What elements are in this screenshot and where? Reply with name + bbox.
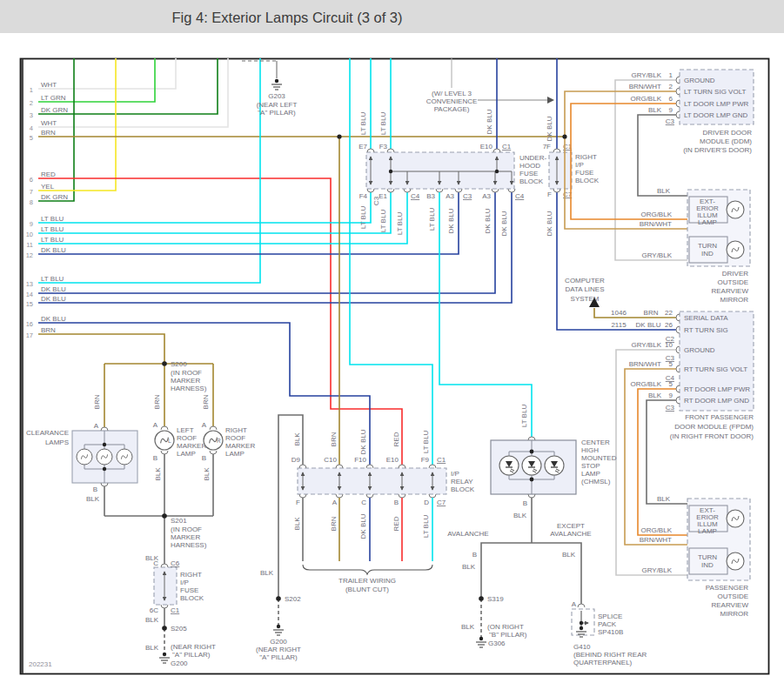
splice-label: S201 [171,517,187,525]
bulb-icon [727,510,744,527]
terminal-label: C10 [324,456,337,464]
led-icon [522,456,541,475]
wire-color-label: LT BLU [41,215,64,223]
wire-color-label: BLK [657,187,671,195]
component-name: MARKER [225,442,255,450]
wire-color-label: BRN [330,516,338,531]
variant-label: AVALANCHE [550,530,591,538]
wire-number: 16 [26,320,33,328]
harness-label: (BLUNT CUT) [345,586,389,593]
ground-label: G200 [270,638,287,646]
ground-location: "B" PILLAR) [489,631,527,639]
pin-function: RT TURN SIG [684,326,728,334]
lamp-label: TURN [698,242,717,250]
pin-function: SERIAL DATA [684,314,728,322]
ground-location: (NEAR RIGHT [171,643,216,651]
wire-color-label: BRN [41,129,56,137]
pin-function: LT DOOR LMP GND [684,111,748,119]
bulb-letter: R [217,438,221,444]
component-name: OUTSIDE [717,278,748,286]
bulb-icon [77,449,92,465]
component-name: CENTER [581,439,610,446]
splice-label: S205 [171,625,187,633]
wire-number: 14 [26,291,33,298]
note-line: PACKAGE) [434,105,470,113]
component-name: RIGHT [180,571,202,579]
led-icon [499,456,519,475]
pin-number: 26 [665,321,673,329]
terminal-label: 7F [543,143,551,151]
wire-color-label: BRN/WHT [629,83,661,90]
wire-number: 1 [30,86,33,94]
lamp-label: TURN [698,553,717,561]
component-name: MOUNTED [581,454,617,462]
wire-color-label: BLK [648,392,662,399]
pin-number: 6 [669,95,673,103]
pin-function: RT DOOR LMP PWR [684,385,750,393]
pin-number: 1 [669,71,673,79]
component-name: I/P [451,470,459,478]
variant-label: AVALANCHE [447,530,488,538]
wire-color-label: DK BLU [546,211,553,236]
connector-label: C4 [411,192,420,200]
wire-color-label: DK BLU [484,208,492,233]
splice-location: HARNESS) [171,385,207,392]
wire-color-label: LT BLU [41,275,64,283]
terminal-label: C [153,559,158,567]
ground-location: "A" PILLAR) [258,109,296,117]
component-name: CLEARANCE [26,429,69,437]
component-name: I/P [575,161,584,169]
terminal-label: 6C [150,606,158,614]
terminal-label: B [153,454,157,462]
wire-color-label: WHT [41,119,57,127]
wire-color-label: DK BLU [41,246,66,254]
component-name: DRIVER [722,270,748,278]
component-name: HIGH [581,446,599,454]
bulb-icon [117,449,132,465]
wire-color-label: BLK [462,563,476,571]
bulb-icon [727,552,744,570]
wire-color-label: BLK [86,495,100,503]
component-name: LAMP [581,470,600,478]
wire-number: 7 [30,188,33,196]
splice-location: (IN ROOF [171,526,202,533]
circuit-number: 2115 [611,321,627,329]
component-name: FUSE [575,169,593,177]
terminal-label: A3 [482,192,491,200]
wire-number: 10 [26,231,33,238]
terminal-label: F [296,499,300,506]
wire-color-label: DK BLU [500,211,508,236]
ground-label: G200 [171,660,188,667]
wire-color-label: BLK [203,467,211,481]
wire-color-label: BLK [513,512,527,519]
wire-color-label: BRN [202,394,210,409]
wire-number: 11 [26,241,33,249]
splice-location: HARNESS) [171,541,207,549]
terminal-label: F9 [421,456,430,464]
terminal-label: A [202,421,207,429]
wire-color-label: BRN [93,394,101,409]
terminal-label: F3 [379,143,388,151]
component-name: BLOCK [451,485,475,493]
doc-number: 202231 [29,660,52,668]
terminal-label: D9 [291,456,301,464]
pin-number: 5 [669,360,673,368]
bulb-letter: L [168,438,171,444]
lamp-label: LAMP [698,218,717,226]
bulb-icon [727,201,744,218]
wire-color-label: DK BLU [41,285,66,293]
wire-number: 6 [30,176,33,184]
terminal-label: E10 [480,143,493,151]
terminal-label: A [94,422,99,430]
wire-color-label: ORG/BLK [640,526,672,534]
ground-location: (NEAR LEFT [257,101,298,109]
component-name: FRONT PASSENGER [685,413,754,421]
component-name: FUSE [180,586,198,594]
connector-label: C1 [171,606,180,614]
splice-pack-label: SPLICE [598,613,622,620]
terminal-label: E10 [386,456,399,464]
wire-number: 15 [26,300,33,308]
wire-color-label: LT BLU [379,210,387,233]
wire-color-label: BRN [330,432,338,446]
wire-color-label: BRN/WHT [640,536,672,544]
